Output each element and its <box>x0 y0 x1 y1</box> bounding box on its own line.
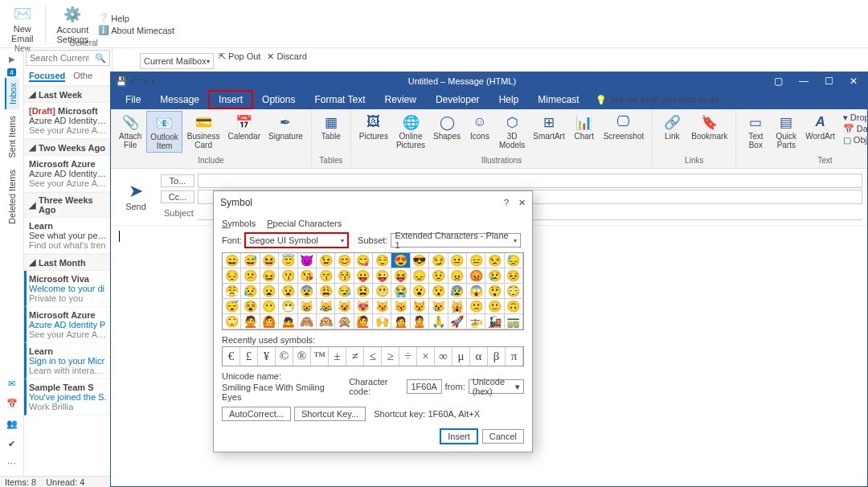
help-link[interactable]: ❔Help <box>98 13 174 23</box>
symbol-cell[interactable]: 😕 <box>241 268 260 284</box>
symbol-cell[interactable]: 😡 <box>467 268 485 284</box>
calendar-button[interactable]: 📅Calendar <box>224 111 264 143</box>
symbol-cell[interactable]: 😪 <box>335 284 354 299</box>
autocorrect-button[interactable]: AutoCorrect... <box>222 407 291 421</box>
symbol-cell[interactable]: 😺 <box>335 299 354 314</box>
symbol-cell[interactable]: 😟 <box>429 268 448 284</box>
symbol-cell[interactable]: 😞 <box>411 268 429 284</box>
mail-item[interactable]: Microsoft Azure Azure AD Identity Pr See… <box>24 156 112 192</box>
symbol-cell[interactable]: 🙌 <box>373 314 391 329</box>
cc-button[interactable]: Cc... <box>161 190 194 203</box>
signature-button[interactable]: ✒Signature <box>265 111 306 143</box>
bookmark-button[interactable]: 🔖Bookmark <box>688 111 731 143</box>
recent-symbol-cell[interactable]: ® <box>293 347 311 366</box>
tab-review[interactable]: Review <box>375 91 426 108</box>
tab-mimecast[interactable]: Mimecast <box>528 91 588 108</box>
insert-button[interactable]: Insert <box>440 429 477 444</box>
symbol-cell[interactable]: 😩 <box>317 284 335 299</box>
symbol-cell[interactable]: 🚁 <box>467 314 485 329</box>
tab-file[interactable]: File <box>116 91 150 108</box>
symbol-cell[interactable]: 😠 <box>448 268 467 284</box>
symbol-cell[interactable]: 🙍 <box>391 314 410 329</box>
symbol-cell[interactable]: 😷 <box>279 299 297 314</box>
symbol-cell[interactable]: 😜 <box>373 268 391 284</box>
mail-item[interactable]: Learn See what your peers Find out what'… <box>24 218 112 254</box>
recent-symbol-cell[interactable]: £ <box>240 347 258 366</box>
mail-item[interactable]: Learn Sign in to your Micr Learn with in… <box>24 343 112 379</box>
more-icon[interactable]: ⋯ <box>7 459 16 469</box>
people-icon[interactable]: 👥 <box>6 419 18 429</box>
new-email-button[interactable]: ✉️ New Email <box>8 3 37 44</box>
tab-developer[interactable]: Developer <box>426 91 489 108</box>
recent-symbol-cell[interactable]: ÷ <box>399 347 417 366</box>
symbol-cell[interactable]: 😔 <box>223 268 241 284</box>
symbol-cell[interactable]: 😰 <box>448 284 467 299</box>
symbol-cell[interactable]: 🙊 <box>335 314 354 329</box>
textbox-button[interactable]: ▭Text Box <box>741 111 770 151</box>
symbol-cell[interactable]: 😋 <box>354 253 373 268</box>
symbol-cell[interactable]: 😻 <box>354 299 373 314</box>
symbol-cell[interactable]: 😹 <box>317 299 335 314</box>
symbol-cell[interactable]: 😅 <box>241 253 260 268</box>
symbol-cell[interactable]: 🙎 <box>411 314 429 329</box>
symbol-cell[interactable]: 🙋 <box>354 314 373 329</box>
recent-symbol-cell[interactable]: € <box>223 347 240 366</box>
datetime-button[interactable]: 📅 Date & Time <box>843 124 868 134</box>
symbol-cell[interactable]: 🙅 <box>241 314 260 329</box>
symbol-cell[interactable]: 🚂 <box>485 314 504 329</box>
symbol-cell[interactable]: 😥 <box>241 284 260 299</box>
attach-file-button[interactable]: 📎Attach File <box>116 111 145 151</box>
symbol-cell[interactable]: 😌 <box>373 253 391 268</box>
mail-icon[interactable]: ✉ <box>8 379 15 389</box>
calendar-icon[interactable]: 📅 <box>6 399 18 409</box>
search-input[interactable] <box>27 53 92 63</box>
popout-button[interactable]: ⇱ Pop Out <box>219 51 260 62</box>
symbol-cell[interactable]: 😽 <box>391 299 410 314</box>
symbol-cell[interactable]: 😛 <box>354 268 373 284</box>
symbol-cell[interactable]: 😴 <box>223 299 241 314</box>
symbol-cell[interactable]: 😇 <box>279 253 297 268</box>
symbol-cell[interactable]: 🙄 <box>223 314 241 329</box>
symbol-cell[interactable]: 😖 <box>260 268 279 284</box>
tab-help[interactable]: Help <box>489 91 529 108</box>
scope-select[interactable]: Current Mailbox▾ <box>140 53 214 69</box>
symbol-cell[interactable]: 😮 <box>411 284 429 299</box>
chart-button[interactable]: 📊Chart <box>570 111 599 143</box>
symbol-cell[interactable]: 🙆 <box>260 314 279 329</box>
symbol-cell[interactable]: 😆 <box>260 253 279 268</box>
symbol-cell[interactable]: 😳 <box>505 284 523 299</box>
symbol-cell[interactable]: 😚 <box>335 268 354 284</box>
cancel-button[interactable]: Cancel <box>482 429 524 444</box>
save-icon[interactable]: 💾 <box>116 76 127 87</box>
recent-symbol-cell[interactable]: © <box>276 347 293 366</box>
icons-button[interactable]: ☺Icons <box>465 111 494 143</box>
recent-symbol-cell[interactable]: ≤ <box>364 347 382 366</box>
symbol-cell[interactable]: 😦 <box>260 284 279 299</box>
send-button[interactable]: ➤ Send <box>116 174 156 219</box>
tab-insert[interactable]: Insert <box>209 91 252 108</box>
symbol-cell[interactable]: 🙏 <box>429 314 448 329</box>
tasks-icon[interactable]: ✔ <box>8 439 15 449</box>
chevron-right-icon[interactable]: ▶ <box>6 51 18 67</box>
help-icon[interactable]: ? <box>504 198 509 208</box>
maximize-icon[interactable]: ☐ <box>820 76 838 87</box>
recent-symbol-cell[interactable]: α <box>470 347 488 366</box>
symbol-cell[interactable]: 😐 <box>448 253 467 268</box>
3d-models-button[interactable]: ⬡3D Models <box>496 111 528 151</box>
mail-item[interactable]: Sample Team S You've joined the S. Work … <box>24 379 112 415</box>
object-button[interactable]: ▢ Object <box>843 135 868 145</box>
symbol-cell[interactable]: 😍 <box>391 253 410 268</box>
symbol-cell[interactable]: 😵 <box>241 299 260 314</box>
symbol-cell[interactable]: 😭 <box>391 284 410 299</box>
tab-options[interactable]: Options <box>252 91 305 108</box>
symbol-cell[interactable]: 😯 <box>429 284 448 299</box>
from-select[interactable]: Unicode (hex)▾ <box>469 379 524 394</box>
symbol-cell[interactable]: 😉 <box>317 253 335 268</box>
to-button[interactable]: To... <box>161 174 194 187</box>
ribbon-opts-icon[interactable]: ▢ <box>769 76 788 87</box>
recent-symbol-cell[interactable]: μ <box>452 347 470 366</box>
search-icon[interactable]: 🔍 <box>92 53 109 63</box>
rail-inbox[interactable]: Inbox <box>5 78 19 109</box>
symbol-cell[interactable]: 😣 <box>505 268 523 284</box>
symbol-cell[interactable]: 😓 <box>505 253 523 268</box>
